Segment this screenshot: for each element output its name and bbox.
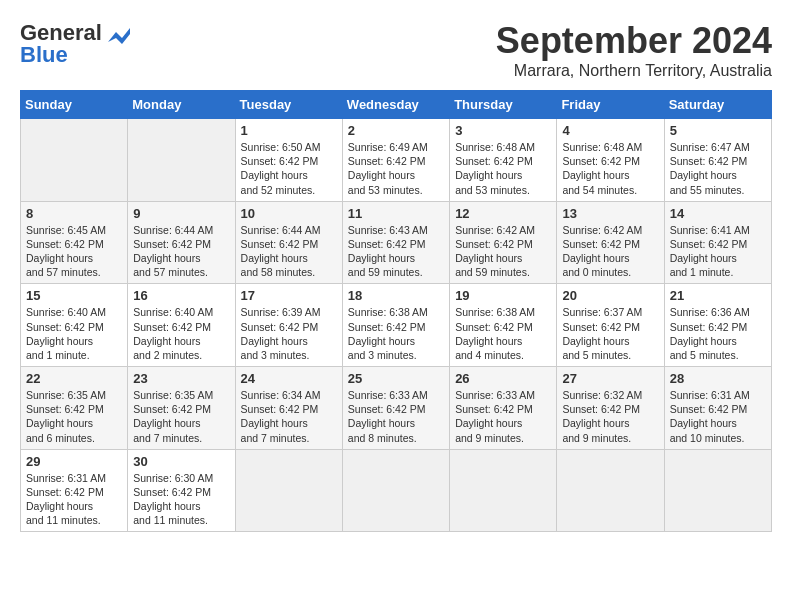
calendar-day-1: 1Sunrise: 6:50 AMSunset: 6:42 PMDaylight… (235, 119, 342, 202)
calendar-day-22: 22Sunrise: 6:35 AMSunset: 6:42 PMDayligh… (21, 367, 128, 450)
day-number: 26 (455, 371, 551, 386)
header-day-sunday: Sunday (21, 91, 128, 119)
day-content: Sunrise: 6:31 AMSunset: 6:42 PMDaylight … (670, 388, 766, 445)
calendar-day-2: 2Sunrise: 6:49 AMSunset: 6:42 PMDaylight… (342, 119, 449, 202)
day-number: 1 (241, 123, 337, 138)
empty-cell (557, 449, 664, 532)
day-content: Sunrise: 6:39 AMSunset: 6:42 PMDaylight … (241, 305, 337, 362)
day-number: 14 (670, 206, 766, 221)
day-number: 8 (26, 206, 122, 221)
svg-marker-0 (108, 28, 130, 44)
header-day-saturday: Saturday (664, 91, 771, 119)
calendar-day-23: 23Sunrise: 6:35 AMSunset: 6:42 PMDayligh… (128, 367, 235, 450)
day-number: 9 (133, 206, 229, 221)
day-number: 5 (670, 123, 766, 138)
header-day-monday: Monday (128, 91, 235, 119)
day-content: Sunrise: 6:42 AMSunset: 6:42 PMDaylight … (562, 223, 658, 280)
calendar-day-15: 15Sunrise: 6:40 AMSunset: 6:42 PMDayligh… (21, 284, 128, 367)
day-content: Sunrise: 6:33 AMSunset: 6:42 PMDaylight … (348, 388, 444, 445)
day-number: 19 (455, 288, 551, 303)
day-number: 24 (241, 371, 337, 386)
header-day-thursday: Thursday (450, 91, 557, 119)
day-number: 2 (348, 123, 444, 138)
calendar-day-3: 3Sunrise: 6:48 AMSunset: 6:42 PMDaylight… (450, 119, 557, 202)
day-content: Sunrise: 6:44 AMSunset: 6:42 PMDaylight … (133, 223, 229, 280)
month-title: September 2024 (496, 20, 772, 62)
calendar-day-27: 27Sunrise: 6:32 AMSunset: 6:42 PMDayligh… (557, 367, 664, 450)
day-content: Sunrise: 6:40 AMSunset: 6:42 PMDaylight … (133, 305, 229, 362)
day-number: 22 (26, 371, 122, 386)
title-area: September 2024 Marrara, Northern Territo… (496, 20, 772, 80)
day-content: Sunrise: 6:35 AMSunset: 6:42 PMDaylight … (26, 388, 122, 445)
header-day-wednesday: Wednesday (342, 91, 449, 119)
day-content: Sunrise: 6:34 AMSunset: 6:42 PMDaylight … (241, 388, 337, 445)
calendar-day-16: 16Sunrise: 6:40 AMSunset: 6:42 PMDayligh… (128, 284, 235, 367)
day-number: 10 (241, 206, 337, 221)
day-number: 21 (670, 288, 766, 303)
day-content: Sunrise: 6:47 AMSunset: 6:42 PMDaylight … (670, 140, 766, 197)
day-content: Sunrise: 6:44 AMSunset: 6:42 PMDaylight … (241, 223, 337, 280)
calendar-day-24: 24Sunrise: 6:34 AMSunset: 6:42 PMDayligh… (235, 367, 342, 450)
calendar-day-18: 18Sunrise: 6:38 AMSunset: 6:42 PMDayligh… (342, 284, 449, 367)
day-number: 18 (348, 288, 444, 303)
day-content: Sunrise: 6:42 AMSunset: 6:42 PMDaylight … (455, 223, 551, 280)
calendar-day-5: 5Sunrise: 6:47 AMSunset: 6:42 PMDaylight… (664, 119, 771, 202)
calendar-day-12: 12Sunrise: 6:42 AMSunset: 6:42 PMDayligh… (450, 201, 557, 284)
calendar-day-28: 28Sunrise: 6:31 AMSunset: 6:42 PMDayligh… (664, 367, 771, 450)
day-number: 25 (348, 371, 444, 386)
header: General Blue September 2024 Marrara, Nor… (20, 20, 772, 80)
day-content: Sunrise: 6:31 AMSunset: 6:42 PMDaylight … (26, 471, 122, 528)
day-content: Sunrise: 6:40 AMSunset: 6:42 PMDaylight … (26, 305, 122, 362)
calendar-day-20: 20Sunrise: 6:37 AMSunset: 6:42 PMDayligh… (557, 284, 664, 367)
day-number: 3 (455, 123, 551, 138)
empty-cell (450, 449, 557, 532)
day-content: Sunrise: 6:41 AMSunset: 6:42 PMDaylight … (670, 223, 766, 280)
day-content: Sunrise: 6:30 AMSunset: 6:42 PMDaylight … (133, 471, 229, 528)
empty-cell (21, 119, 128, 202)
calendar-day-9: 9Sunrise: 6:44 AMSunset: 6:42 PMDaylight… (128, 201, 235, 284)
day-content: Sunrise: 6:43 AMSunset: 6:42 PMDaylight … (348, 223, 444, 280)
empty-cell (664, 449, 771, 532)
logo-blue-text: Blue (20, 42, 68, 68)
day-number: 28 (670, 371, 766, 386)
day-content: Sunrise: 6:36 AMSunset: 6:42 PMDaylight … (670, 305, 766, 362)
day-number: 11 (348, 206, 444, 221)
day-content: Sunrise: 6:32 AMSunset: 6:42 PMDaylight … (562, 388, 658, 445)
day-content: Sunrise: 6:38 AMSunset: 6:42 PMDaylight … (348, 305, 444, 362)
day-number: 17 (241, 288, 337, 303)
day-content: Sunrise: 6:35 AMSunset: 6:42 PMDaylight … (133, 388, 229, 445)
location-title: Marrara, Northern Territory, Australia (496, 62, 772, 80)
day-number: 15 (26, 288, 122, 303)
day-number: 4 (562, 123, 658, 138)
empty-cell (235, 449, 342, 532)
calendar-day-4: 4Sunrise: 6:48 AMSunset: 6:42 PMDaylight… (557, 119, 664, 202)
calendar-table: SundayMondayTuesdayWednesdayThursdayFrid… (20, 90, 772, 532)
header-day-friday: Friday (557, 91, 664, 119)
day-content: Sunrise: 6:33 AMSunset: 6:42 PMDaylight … (455, 388, 551, 445)
calendar-day-11: 11Sunrise: 6:43 AMSunset: 6:42 PMDayligh… (342, 201, 449, 284)
calendar-day-25: 25Sunrise: 6:33 AMSunset: 6:42 PMDayligh… (342, 367, 449, 450)
day-content: Sunrise: 6:48 AMSunset: 6:42 PMDaylight … (455, 140, 551, 197)
calendar-day-14: 14Sunrise: 6:41 AMSunset: 6:42 PMDayligh… (664, 201, 771, 284)
day-number: 16 (133, 288, 229, 303)
day-content: Sunrise: 6:50 AMSunset: 6:42 PMDaylight … (241, 140, 337, 197)
day-number: 27 (562, 371, 658, 386)
day-number: 20 (562, 288, 658, 303)
calendar-day-17: 17Sunrise: 6:39 AMSunset: 6:42 PMDayligh… (235, 284, 342, 367)
day-content: Sunrise: 6:49 AMSunset: 6:42 PMDaylight … (348, 140, 444, 197)
day-content: Sunrise: 6:38 AMSunset: 6:42 PMDaylight … (455, 305, 551, 362)
calendar-day-30: 30Sunrise: 6:30 AMSunset: 6:42 PMDayligh… (128, 449, 235, 532)
day-number: 13 (562, 206, 658, 221)
calendar-day-13: 13Sunrise: 6:42 AMSunset: 6:42 PMDayligh… (557, 201, 664, 284)
calendar-day-19: 19Sunrise: 6:38 AMSunset: 6:42 PMDayligh… (450, 284, 557, 367)
day-content: Sunrise: 6:37 AMSunset: 6:42 PMDaylight … (562, 305, 658, 362)
day-content: Sunrise: 6:48 AMSunset: 6:42 PMDaylight … (562, 140, 658, 197)
day-number: 23 (133, 371, 229, 386)
day-number: 30 (133, 454, 229, 469)
calendar-day-26: 26Sunrise: 6:33 AMSunset: 6:42 PMDayligh… (450, 367, 557, 450)
empty-cell (128, 119, 235, 202)
calendar-day-8: 8Sunrise: 6:45 AMSunset: 6:42 PMDaylight… (21, 201, 128, 284)
header-day-tuesday: Tuesday (235, 91, 342, 119)
calendar-day-10: 10Sunrise: 6:44 AMSunset: 6:42 PMDayligh… (235, 201, 342, 284)
day-number: 12 (455, 206, 551, 221)
